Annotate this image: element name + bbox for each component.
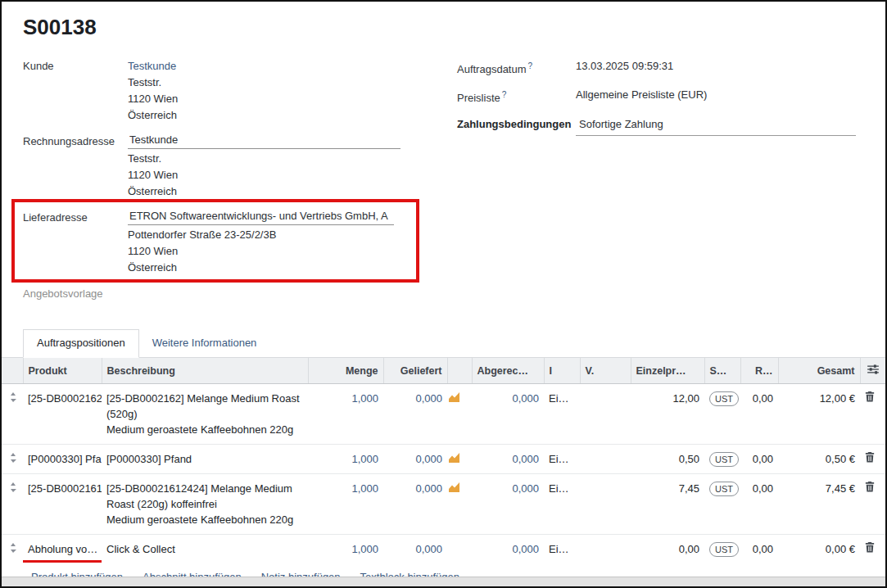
line-menge[interactable]: 1,000 [308,445,383,474]
field-preisliste: Preisliste? Allgemeine Preisliste (EUR) [457,87,864,106]
area-chart-icon[interactable] [447,445,472,474]
order-form-fields: Kunde Testkunde Teststr. 1120 Wien Öster… [23,58,864,310]
line-rabatt[interactable]: 0,00 [740,474,778,535]
line-rabatt[interactable]: 0,00 [740,445,778,474]
line-produkt[interactable]: [25-DB0002162 [23,384,102,445]
line-rabatt[interactable]: 0,00 [740,384,778,445]
drag-handle[interactable] [2,474,23,535]
tax-badge: UST [709,482,739,496]
line-beschreibung[interactable]: [P0000330] Pfand [102,445,308,474]
line-beschreibung[interactable]: [25-DB0002162] Melange Medium Roast (520… [102,384,308,445]
trash-icon[interactable] [865,541,875,557]
sliders-icon[interactable] [867,365,879,377]
order-line-row: [25-DB0002161 [25-DB00021612424] Melange… [2,474,885,535]
rechnungsadresse-label: Rechnungsadresse [23,133,128,200]
line-abgerechnet[interactable]: 0,000 [472,535,544,564]
kunde-link[interactable]: Testkunde [128,58,176,75]
line-steuer[interactable]: UST [704,445,740,474]
zahlungsbedingungen-label: Zahlungsbedingungen [457,116,576,136]
tab-weitere-informationen[interactable]: Weitere Informationen [139,330,270,357]
table-header-row: Produkt Beschreibung Menge Geliefert Abg… [2,358,885,384]
col-uom[interactable]: I [544,358,580,384]
field-auftragsdatum: Auftragsdatum? 13.03.2025 09:59:31 [457,58,864,78]
col-produkt[interactable]: Produkt [23,358,102,384]
col-menge[interactable]: Menge [308,358,383,384]
col-v[interactable]: V. [580,358,631,384]
drag-handle[interactable] [2,535,23,564]
line-uom[interactable]: Ei… [544,445,580,474]
help-icon[interactable]: ? [502,90,507,99]
line-rabatt[interactable]: 0,00 [740,535,778,564]
line-produkt[interactable]: [25-DB0002161 [23,474,102,535]
delete-line-cell [860,474,885,535]
line-geliefert[interactable]: 0,000 [383,535,447,564]
kunde-country: Österreich [128,107,428,124]
angebotsvorlage-label: Angebotsvorlage [23,286,128,300]
trash-icon[interactable] [865,391,875,406]
kunde-label: Kunde [23,58,128,124]
line-gesamt: 0,50 € [778,445,860,474]
rechnungsadresse-city: 1120 Wien [128,167,428,183]
area-chart-icon[interactable] [447,474,472,535]
col-steuern[interactable]: S… [704,358,740,384]
drag-handle[interactable] [2,445,23,474]
line-uom[interactable]: Ei… [544,474,580,535]
line-geliefert[interactable]: 0,000 [383,445,447,474]
area-chart-icon[interactable] [447,384,472,445]
lieferadresse-street: Pottendorfer Straße 23-25/2/3B [128,227,428,243]
col-forecast [447,358,472,384]
col-gesamt[interactable]: Gesamt [778,358,860,384]
preisliste-value[interactable]: Allgemeine Preisliste (EUR) [576,87,864,106]
trash-icon[interactable] [865,481,875,496]
line-v[interactable] [580,474,631,535]
line-beschreibung[interactable]: [25-DB00021612424] Melange Medium Roast … [102,474,308,535]
line-menge[interactable]: 1,000 [308,384,383,445]
preisliste-label: Preisliste? [457,87,576,106]
col-rabatt[interactable]: R… [740,358,778,384]
auftragsdatum-value[interactable]: 13.03.2025 09:59:31 [576,58,864,78]
line-geliefert[interactable]: 0,000 [383,474,447,535]
col-abgerechnet[interactable]: Abgerec… [472,358,544,384]
line-menge[interactable]: 1,000 [308,535,383,564]
angebotsvorlage-value[interactable] [128,286,428,300]
delete-line-cell [860,445,885,474]
field-lieferadresse: Lieferadresse Pottendorfer Straße 23-25/… [23,210,428,276]
line-abgerechnet[interactable]: 0,000 [472,384,544,445]
line-v[interactable] [580,445,631,474]
line-geliefert[interactable]: 0,000 [383,384,447,445]
line-abgerechnet[interactable]: 0,000 [472,445,544,474]
line-produkt[interactable]: Abholung vo… [23,535,102,564]
line-steuer[interactable]: UST [704,384,740,445]
line-v[interactable] [580,535,631,564]
line-uom[interactable]: Ei… [544,535,580,564]
trash-icon[interactable] [865,451,875,467]
col-einzelpreis[interactable]: Einzelpr… [631,358,704,384]
line-v[interactable] [580,384,631,445]
tax-badge: UST [709,542,739,557]
lieferadresse-label: Lieferadresse [23,210,128,276]
form-left-column: Kunde Testkunde Teststr. 1120 Wien Öster… [23,58,428,310]
lieferadresse-city: 1120 Wien [128,243,428,260]
drag-handle[interactable] [2,384,23,445]
col-geliefert[interactable]: Geliefert [383,358,447,384]
line-einzelpreis[interactable]: 0,50 [631,445,704,474]
order-lines-table: Produkt Beschreibung Menge Geliefert Abg… [2,358,885,563]
line-einzelpreis[interactable]: 0,00 [631,535,704,564]
line-beschreibung[interactable]: Click & Collect [102,535,308,564]
line-menge[interactable]: 1,000 [308,474,383,535]
line-steuer[interactable]: UST [704,535,740,564]
zahlungsbedingungen-value[interactable]: Sofortige Zahlung [576,116,856,136]
line-steuer[interactable]: UST [704,474,740,535]
col-beschreibung[interactable]: Beschreibung [102,358,308,384]
line-einzelpreis[interactable]: 12,00 [631,384,704,445]
line-abgerechnet[interactable]: 0,000 [472,474,544,535]
lieferadresse-input[interactable] [128,210,394,225]
tab-auftragspositionen[interactable]: Auftragspositionen [23,329,139,358]
line-uom[interactable]: Ei… [544,384,580,445]
field-rechnungsadresse: Rechnungsadresse Teststr. 1120 Wien Öste… [23,133,428,200]
form-right-column: Auftragsdatum? 13.03.2025 09:59:31 Preis… [428,58,864,310]
help-icon[interactable]: ? [528,61,533,70]
line-produkt[interactable]: [P0000330] Pfa [23,445,102,474]
line-einzelpreis[interactable]: 7,45 [631,474,704,535]
rechnungsadresse-input[interactable] [128,133,401,149]
